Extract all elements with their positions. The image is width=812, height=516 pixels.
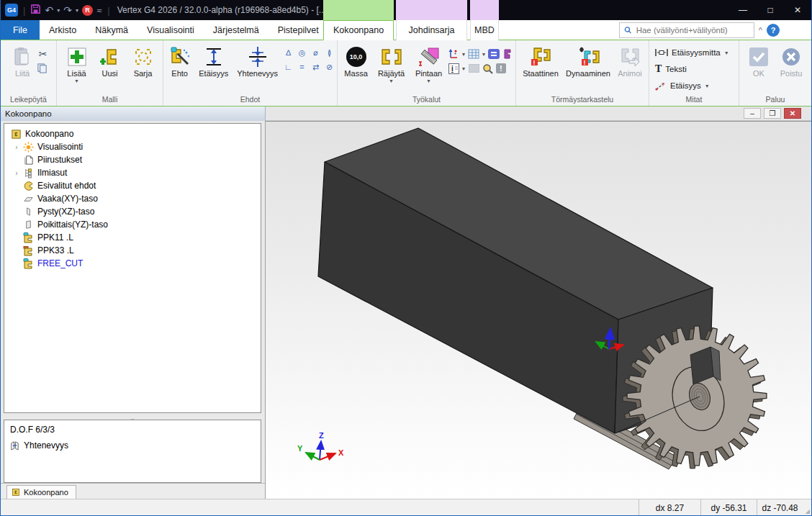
tree-item-yz-plane[interactable]: Poikittais(YZ)-taso [4,218,261,231]
expand-chevron-icon[interactable]: › [12,143,22,151]
symmetry-icon[interactable]: ≬ [323,47,335,58]
distance-constraint-button[interactable]: Etäisyys [194,42,233,78]
save-icon[interactable] [30,4,41,17]
tree-item-label: FREE_CUT [35,258,83,268]
swap-icon[interactable]: ⇄ [310,61,322,73]
tree-item-ppk33[interactable]: PPK33 .L [4,244,261,257]
add-dropdown-icon[interactable]: ▼ [74,78,79,83]
tab-jarjestelma[interactable]: Järjestelmä [204,20,269,40]
application-window: { "window": { "app_badge": "G4", "title"… [0,0,812,516]
viewport-3d[interactable]: Z X Y [266,121,811,499]
paste-button[interactable]: Liitä [8,42,37,78]
tab-visualisointi[interactable]: Visualisointi [137,20,204,40]
perpendicular-icon[interactable]: ∟ [282,61,294,73]
app-logo-icon[interactable]: G4 [5,4,18,17]
add-button[interactable]: Lisää ▼ [60,42,94,83]
doc-close-button[interactable]: ✕ [784,108,801,119]
dropdown-icon[interactable]: ▼ [461,66,466,71]
new-component-button[interactable]: Uusi [94,42,127,78]
resize-grip[interactable]: ◢ [803,499,811,516]
redo-icon[interactable]: ↷ [63,5,72,15]
explode-dropdown-icon[interactable]: ▼ [389,78,394,83]
search-icon [624,26,632,35]
tree-item-xy-plane[interactable]: Vaaka(XY)-taso [4,192,261,205]
undo-icon[interactable]: ↶ [45,5,53,15]
tab-nakyma[interactable]: Näkymä [86,20,137,40]
collapse-ribbon-icon[interactable]: ^ [759,26,762,35]
distance-tool-button[interactable]: ? Etäisyys ▼ [655,78,729,93]
tree-item-label: Ilmiasut [35,168,67,178]
constraint-list-item[interactable]: Yhtenevyys [10,440,255,451]
undo-dropdown-icon[interactable]: ▾ [57,7,60,14]
group-label-clipboard: Leikepöytä [2,94,55,106]
tab-johdinsarja[interactable]: Johdinsarja [396,20,467,40]
tree-item-esivalitut-ehdot[interactable]: Esivalitut ehdot [4,179,261,192]
search-box[interactable] [619,22,754,38]
vertex-r-icon[interactable]: R [82,5,93,16]
dynamic-collision-button[interactable]: ! Dynaaminen [563,42,613,78]
exit-button[interactable]: Poistu [775,42,808,78]
parallel-icon[interactable]: = [296,61,308,73]
quick-access-toolbar: G4 | ↶▾ ↷▾ R ≂ | [1,4,112,17]
panel-tab-kokoonpano[interactable]: Kokoonpano [6,485,76,499]
dropdown-icon[interactable]: ▼ [461,52,466,57]
tab-pistepilvet[interactable]: Pistepilvet [269,20,328,40]
minimize-button[interactable]: — [729,0,757,20]
zoom-magnifier-icon[interactable] [482,63,494,74]
purple-feature-icon[interactable] [501,48,513,60]
title-bar: G4 | ↶▾ ↷▾ R ≂ | Vertex G4 2026 / 32.0.0… [1,0,811,20]
tree-item-assembly-root[interactable]: Kokoonpano [4,127,261,140]
tree-item-free-cut[interactable]: FREE_CUT [4,257,261,270]
distance-measure-button[interactable]: Etäisyysmitta ▼ [655,45,729,60]
tree-item-label: Vaaka(XY)-taso [35,194,98,204]
warning-icon[interactable]: ! [495,63,508,74]
tree-item-visualisointi[interactable]: › Visualisointi [4,140,261,153]
mdi-strip: Kokoonpano – ❐ ✕ [1,107,811,121]
search-input[interactable] [636,26,749,35]
angle-icon[interactable]: ∆ [282,47,294,58]
tab-file[interactable]: File [1,20,40,40]
text-button[interactable]: T Teksti [655,62,729,76]
help-icon[interactable]: ? [767,24,780,37]
tab-arkisto[interactable]: Arkisto [40,20,86,40]
dropdown-icon[interactable]: ▼ [724,50,729,55]
tab-mbd[interactable]: MBD [470,20,499,40]
table-icon[interactable] [468,48,480,60]
close-button[interactable]: ✕ [784,0,811,20]
tree-item-piirustukset[interactable]: Piirustukset [4,153,261,166]
tree-item-ppk11[interactable]: PPK11 .L [4,231,261,244]
copy-icon[interactable] [37,63,49,76]
concentric-icon[interactable]: ◎ [296,47,308,58]
dynamic-collision-icon: ! [576,45,600,69]
dropdown-icon[interactable]: ▼ [705,83,710,89]
static-collision-button[interactable]: ! Staattinen [518,42,563,78]
tab-kokoonpano-active[interactable]: Kokoonpano [323,20,394,40]
to-surface-button[interactable]: Pintaan ▼ [410,42,448,83]
tree-item-xz-plane[interactable]: Pysty(XZ)-taso [4,205,261,218]
explode-button[interactable]: Räjäytä ▼ [373,42,410,83]
cut-icon[interactable]: ✂ [37,48,49,60]
maximize-button[interactable]: □ [757,0,784,20]
measure-axes-icon[interactable]: * [448,48,460,60]
info-icon[interactable]: i [448,63,460,74]
customize-toolbar-icon[interactable]: ≂ [96,6,102,14]
coincidence-button[interactable]: Yhtenevyys [233,42,282,78]
ok-button[interactable]: OK [743,42,775,78]
assembly-3d-scene: Z X Y [266,122,811,499]
series-button[interactable]: Sarja [127,42,160,78]
static-collision-icon: ! [530,45,551,69]
expand-chevron-icon[interactable]: › [12,169,22,177]
midline-icon[interactable]: ⊘ [323,61,335,73]
mass-button[interactable]: 10,0 Massa [340,42,373,78]
tangent-icon[interactable]: ⌀ [310,47,322,58]
svg-text:!: ! [500,64,502,73]
to-surface-dropdown-icon[interactable]: ▼ [426,78,431,83]
tree-item-ilmiasut[interactable]: › Ilmiasut [4,166,261,179]
dropdown-icon[interactable]: ▼ [482,52,487,57]
condition-button[interactable]: Ehto [165,42,194,78]
equal-values-icon[interactable] [487,48,500,60]
animate-button[interactable]: Animoi [613,42,646,78]
doc-restore-button[interactable]: ❐ [764,108,781,119]
doc-minimize-button[interactable]: – [744,108,761,119]
redo-dropdown-icon[interactable]: ▾ [76,7,78,14]
